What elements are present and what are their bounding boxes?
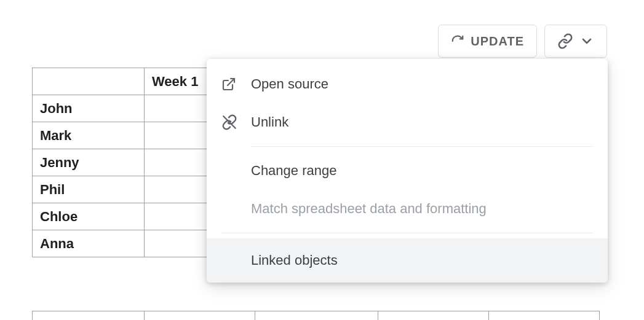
unlink-icon — [221, 114, 251, 130]
row-name: Jenny — [33, 149, 145, 176]
menu-item-open-source[interactable]: Open source — [207, 65, 608, 103]
menu-label: Linked objects — [251, 252, 338, 268]
table-header — [255, 311, 378, 321]
link-options-menu: Open source Unlink Change range Match sp… — [207, 59, 608, 283]
row-name: Anna — [33, 230, 145, 257]
chevron-down-icon — [579, 34, 594, 49]
menu-label: Match spreadsheet data and formatting — [251, 201, 487, 217]
table-header-empty — [33, 68, 145, 95]
menu-item-change-range[interactable]: Change range — [207, 152, 608, 190]
menu-label: Open source — [251, 76, 328, 92]
menu-divider — [221, 233, 593, 233]
open-external-icon — [221, 77, 251, 92]
menu-label: Unlink — [251, 114, 288, 130]
refresh-icon — [451, 34, 464, 48]
linked-table-2 — [32, 311, 600, 320]
table-header-row — [33, 311, 600, 321]
row-name: Phil — [33, 176, 145, 203]
row-name: Chloe — [33, 203, 145, 230]
row-name: Mark — [33, 122, 145, 149]
menu-item-linked-objects[interactable]: Linked objects — [207, 238, 608, 283]
table-header — [489, 311, 600, 321]
table-header — [145, 311, 255, 321]
menu-label: Change range — [251, 163, 336, 179]
table-header — [33, 311, 145, 321]
update-label: UPDATE — [471, 34, 524, 49]
menu-divider — [251, 146, 593, 147]
menu-item-match-formatting: Match spreadsheet data and formatting — [207, 190, 608, 228]
link-options-button[interactable] — [544, 25, 607, 58]
link-icon — [557, 33, 573, 49]
menu-item-unlink[interactable]: Unlink — [207, 103, 608, 141]
row-name: John — [33, 95, 145, 122]
svg-line-0 — [228, 79, 234, 85]
update-button[interactable]: UPDATE — [438, 25, 537, 58]
table-header — [378, 311, 489, 321]
link-toolbar: UPDATE — [438, 25, 607, 58]
